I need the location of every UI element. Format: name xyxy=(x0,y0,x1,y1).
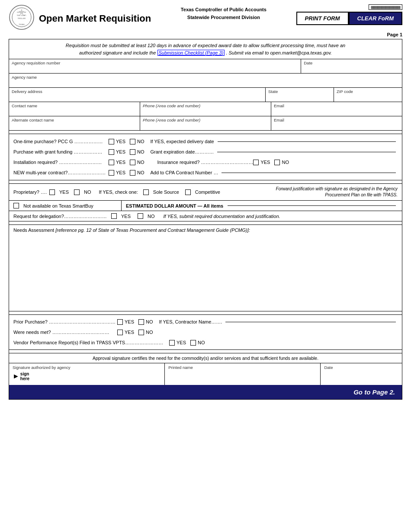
delivery-address-input[interactable] xyxy=(12,95,263,100)
needs-title-label: Needs Assessment xyxy=(13,228,54,233)
prior-yes-checkbox[interactable] xyxy=(117,319,123,325)
install-yes-label: YES xyxy=(116,160,125,165)
install-no-checkbox[interactable] xyxy=(130,160,135,165)
form-title: Open Market Requisition xyxy=(39,13,151,24)
multi-no-checkbox[interactable] xyxy=(130,170,135,176)
prop-yes-label: YES xyxy=(59,189,69,195)
sign-here-indicator: ► sign here xyxy=(13,372,161,381)
svg-text:THE COMP-: THE COMP- xyxy=(17,14,27,16)
agency-req-number-cell: Agency requisition number xyxy=(9,59,301,73)
install-no-label: NO xyxy=(137,160,144,165)
vendor-no-checkbox[interactable] xyxy=(190,340,196,346)
email2-label: Email xyxy=(274,118,399,122)
one-time-yes-checkbox[interactable] xyxy=(109,139,114,144)
contact-name-label: Contact name xyxy=(12,103,137,108)
state-cell: State xyxy=(266,88,334,102)
needs-met-row: Were needs met? ……………………………… YES NO xyxy=(13,327,398,337)
grant-no-checkbox[interactable] xyxy=(130,149,135,155)
state-input[interactable] xyxy=(268,95,331,100)
phone2-label: Phone (Area code and number) xyxy=(143,118,268,122)
insurance-no-checkbox[interactable] xyxy=(274,160,280,165)
insurance-no-label: NO xyxy=(282,160,289,165)
delivery-date-field[interactable] xyxy=(218,141,396,142)
vendor-yes-checkbox[interactable] xyxy=(169,340,175,346)
zip-input[interactable] xyxy=(337,95,399,100)
contact-name-input[interactable] xyxy=(12,109,137,114)
agency-name-input[interactable] xyxy=(12,80,399,86)
prior-purchase-row: Prior Purchase? …………………………………… YES NO If… xyxy=(13,317,398,327)
sole-source-label: Sole Source xyxy=(153,189,179,195)
needs-assessment-textarea[interactable] xyxy=(13,234,398,304)
approval-date-input[interactable] xyxy=(324,374,398,379)
email2-input[interactable] xyxy=(274,123,399,128)
multi-no-label: NO xyxy=(137,170,144,175)
multi-yes-checkbox[interactable] xyxy=(109,170,114,176)
page-number: Page 1 xyxy=(387,32,402,37)
prior-no-checkbox[interactable] xyxy=(138,319,144,325)
needs-met-yes-checkbox[interactable] xyxy=(117,330,123,335)
delivery-address-cell: Delivery address xyxy=(9,88,266,102)
install-yes-checkbox[interactable] xyxy=(109,160,114,165)
phone1-label: Phone (Area code and number) xyxy=(143,103,268,108)
needs-met-no-label: NO xyxy=(146,330,153,335)
vendor-performance-row: Vendor Performance Report(s) Filed in TP… xyxy=(13,337,398,348)
agency-name-cell: Agency name xyxy=(9,74,402,87)
here-label: here xyxy=(20,376,29,381)
cpa-contract-field[interactable] xyxy=(222,173,396,173)
insurance-yes-checkbox[interactable] xyxy=(253,160,259,165)
delegation-label: Request for delegation?……………………… xyxy=(13,214,109,219)
org-line2: Statewide Procurement Division xyxy=(151,14,296,22)
printed-name-label: Printed name xyxy=(168,365,317,370)
if-yes-check-label: If YES, check one: xyxy=(99,189,138,195)
grant-exp-field[interactable] xyxy=(217,152,396,152)
email1-cell: Email xyxy=(271,102,402,116)
forward-justification-text: Forward justification with signature as … xyxy=(250,186,398,198)
needs-reference: [reference pg. 12 of State of Texas Proc… xyxy=(55,228,250,233)
delivery-address-label: Delivery address xyxy=(12,89,263,94)
phone2-cell: Phone (Area code and number) xyxy=(140,116,271,130)
clear-form-button[interactable]: CLEAR FoRM xyxy=(349,12,403,25)
signature-cell: Signature authorized by agency ► sign he… xyxy=(9,363,165,385)
needs-met-yes-label: YES xyxy=(125,330,134,335)
alt-contact-input[interactable] xyxy=(12,123,137,128)
phone1-input[interactable] xyxy=(143,109,268,114)
competitive-checkbox[interactable] xyxy=(185,189,191,195)
add-cpa-label: Add to CPA Contract Number … xyxy=(151,170,218,175)
prior-purchase-label: Prior Purchase? …………………………………… xyxy=(13,319,117,324)
delegation-yes-label: YES xyxy=(121,214,131,219)
goto-page2-bar[interactable]: Go to Page 2. xyxy=(9,385,402,399)
one-time-no-checkbox[interactable] xyxy=(130,139,135,144)
grant-yes-checkbox[interactable] xyxy=(109,149,114,155)
contact-name-cell: Contact name xyxy=(9,102,140,116)
multi-yes-label: YES xyxy=(116,170,125,175)
email1-input[interactable] xyxy=(274,109,399,114)
delegation-row: Request for delegation?……………………… YES NO … xyxy=(9,211,402,221)
goto-page2-label: Go to Page 2. xyxy=(353,388,395,396)
alt-contact-label: Alternate contact name xyxy=(12,118,137,122)
prop-no-checkbox[interactable] xyxy=(74,189,80,195)
date-input[interactable] xyxy=(304,66,399,71)
needs-assessment-box: Needs Assessment [reference pg. 12 of St… xyxy=(9,225,402,311)
phone2-input[interactable] xyxy=(143,123,268,128)
contractor-name-field[interactable] xyxy=(225,322,396,322)
prop-yes-checkbox[interactable] xyxy=(49,189,55,195)
phone1-cell: Phone (Area code and number) xyxy=(140,102,271,116)
delegation-no-checkbox[interactable] xyxy=(138,213,143,219)
smartbuy-checkbox[interactable] xyxy=(13,203,19,208)
if-yes-delivery-label: If YES, expected delivery date xyxy=(151,139,214,144)
notice-text1: Requisition must be submitted at least 1… xyxy=(66,43,345,48)
needs-met-no-checkbox[interactable] xyxy=(138,330,144,335)
delegation-yes-checkbox[interactable] xyxy=(111,213,117,219)
email2-cell: Email xyxy=(271,116,402,130)
estimated-dollar-field[interactable] xyxy=(228,205,396,206)
competitive-label: Competitive xyxy=(195,189,220,195)
printed-name-input[interactable] xyxy=(168,374,317,379)
vendor-performance-label: Vendor Performance Report(s) Filed in TP… xyxy=(13,340,169,345)
sole-source-checkbox[interactable] xyxy=(143,189,149,195)
print-form-button[interactable]: PRINT FORM xyxy=(296,12,349,25)
zip-label: ZIP code xyxy=(337,89,399,94)
approval-date-label: Date xyxy=(324,365,398,370)
submission-checklist-link[interactable]: Submission Checklist (Page 3) xyxy=(157,50,225,56)
agency-req-number-input[interactable] xyxy=(12,66,298,71)
agency-req-number-label: Agency requisition number xyxy=(12,61,298,65)
